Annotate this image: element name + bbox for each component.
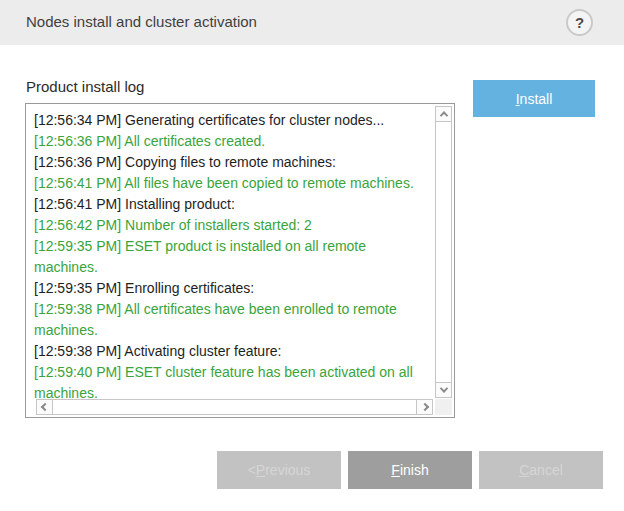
log-message: Activating cluster feature: <box>124 343 281 359</box>
scroll-right-button[interactable] <box>416 399 433 415</box>
log-timestamp: [12:56:41 PM] <box>34 175 124 191</box>
chevron-down-icon <box>439 384 447 392</box>
scrollbar-corner <box>435 399 452 415</box>
log-line: [12:56:34 PM] Generating certificates fo… <box>34 110 430 131</box>
horizontal-scrollbar[interactable] <box>36 399 433 415</box>
vertical-scrollbar[interactable] <box>435 106 452 398</box>
log-line: [12:56:36 PM] Copying files to remote ma… <box>34 152 430 173</box>
log-line: [12:56:36 PM] All certificates created. <box>34 131 430 152</box>
log-message: Number of installers started: 2 <box>125 217 312 233</box>
scroll-left-button[interactable] <box>36 399 53 415</box>
log-timestamp: [12:59:38 PM] <box>34 343 124 359</box>
log-timestamp: [12:59:35 PM] <box>34 238 125 254</box>
log-line: [12:59:35 PM] ESET product is installed … <box>34 236 430 278</box>
product-install-log-label: Product install log <box>26 78 144 95</box>
log-line: [12:56:41 PM] All files have been copied… <box>34 173 430 194</box>
chevron-left-icon <box>40 403 48 411</box>
dialog-title: Nodes install and cluster activation <box>26 13 257 30</box>
log-line: [12:56:41 PM] Installing product: <box>34 194 430 215</box>
log-timestamp: [12:56:42 PM] <box>34 217 125 233</box>
log-timestamp: [12:56:34 PM] <box>34 112 125 128</box>
log-message: Installing product: <box>125 196 235 212</box>
vertical-scroll-track[interactable] <box>435 121 452 383</box>
install-log-box: [12:56:34 PM] Generating certificates fo… <box>25 103 455 418</box>
log-timestamp: [12:59:35 PM] <box>34 280 125 296</box>
log-message: Copying files to remote machines: <box>125 154 336 170</box>
log-line: [12:59:40 PM] ESET cluster feature has b… <box>34 362 430 398</box>
log-message: Generating certificates for cluster node… <box>125 112 384 128</box>
log-timestamp: [12:56:36 PM] <box>34 154 125 170</box>
log-line: [12:56:42 PM] Number of installers start… <box>34 215 430 236</box>
chevron-up-icon <box>439 111 447 119</box>
cancel-button[interactable]: Cancel <box>479 451 603 489</box>
scroll-up-button[interactable] <box>435 106 452 122</box>
finish-button[interactable]: Finish <box>348 451 472 489</box>
question-mark-icon: ? <box>575 15 584 30</box>
help-button[interactable]: ? <box>566 9 593 36</box>
log-timestamp: [12:59:40 PM] <box>34 364 125 380</box>
log-line: [12:59:38 PM] All certificates have been… <box>34 299 430 341</box>
previous-button[interactable]: < Previous <box>217 451 341 489</box>
log-message: Enrolling certificates: <box>125 280 254 296</box>
dialog-header: Nodes install and cluster activation ? <box>0 0 624 45</box>
log-line: [12:59:35 PM] Enrolling certificates: <box>34 278 430 299</box>
log-message: All certificates created. <box>124 133 265 149</box>
chevron-right-icon <box>420 403 428 411</box>
log-content: [12:56:34 PM] Generating certificates fo… <box>26 104 432 398</box>
scroll-down-button[interactable] <box>435 382 452 398</box>
log-timestamp: [12:56:36 PM] <box>34 133 124 149</box>
horizontal-scroll-track[interactable] <box>52 399 417 415</box>
log-timestamp: [12:59:38 PM] <box>34 301 124 317</box>
install-button[interactable]: Install <box>473 80 595 117</box>
log-line: [12:59:38 PM] Activating cluster feature… <box>34 341 430 362</box>
log-message: All files have been copied to remote mac… <box>124 175 414 191</box>
wizard-dialog: Nodes install and cluster activation ? P… <box>0 0 624 511</box>
log-timestamp: [12:56:41 PM] <box>34 196 125 212</box>
